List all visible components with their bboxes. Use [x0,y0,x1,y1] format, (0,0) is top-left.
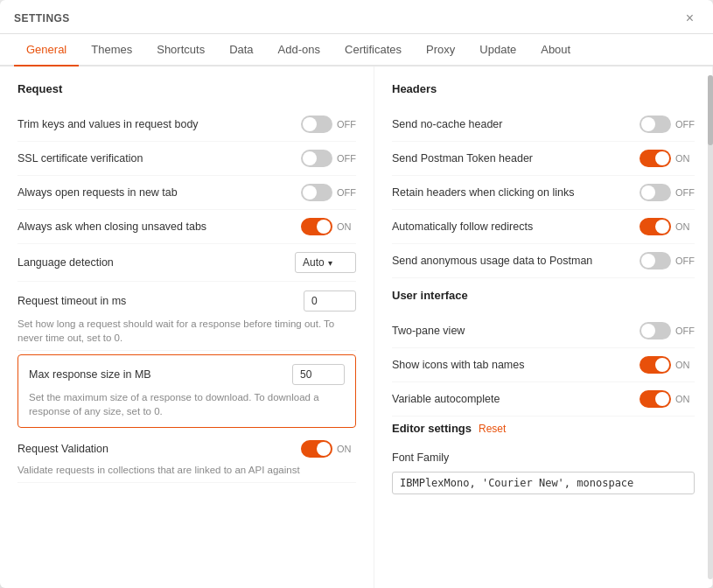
trim-keys-toggle[interactable]: OFF [301,116,356,133]
icons-tab-toggle-label: ON [675,360,695,370]
icons-tab-switch[interactable] [640,356,671,374]
ssl-cert-switch[interactable] [301,150,332,167]
request-validation-label: Request Validation [17,443,292,455]
var-autocomplete-row: Variable autocomplete ON [392,382,695,416]
tab-proxy[interactable]: Proxy [414,34,467,66]
usage-data-switch[interactable] [640,252,671,270]
tabs-bar: General Themes Shortcuts Data Add-ons Ce… [0,34,713,66]
two-pane-toggle[interactable]: OFF [640,322,695,340]
max-response-label: Max response size in MB [29,368,283,381]
reset-link[interactable]: Reset [479,423,506,435]
request-validation-toggle-label: ON [337,444,356,454]
ssl-cert-toggle[interactable]: OFF [301,150,356,167]
tab-shortcuts[interactable]: Shortcuts [144,34,217,66]
retain-headers-toggle-label: OFF [675,187,695,198]
tab-themes[interactable]: Themes [79,34,144,66]
postman-token-label: Send Postman Token header [392,152,631,164]
usage-data-row: Send anonymous usage data to Postman OFF [392,244,695,278]
new-tab-row: Always open requests in new tab OFF [17,176,356,210]
tab-about[interactable]: About [528,34,583,66]
request-timeout-desc: Set how long a request should wait for a… [17,317,356,345]
no-cache-toggle-label: OFF [675,119,695,130]
new-tab-switch[interactable] [301,184,332,201]
tab-update[interactable]: Update [467,34,528,66]
postman-token-switch[interactable] [640,150,671,167]
two-pane-toggle-label: OFF [675,326,695,336]
follow-redirects-row: Automatically follow redirects ON [392,210,695,244]
postman-token-toggle-label: ON [675,153,695,164]
max-response-desc: Set the maximum size of a response to do… [29,390,345,418]
ssl-cert-toggle-label: OFF [337,153,356,164]
unsaved-tabs-row: Always ask when closing unsaved tabs ON [17,210,356,244]
two-pane-switch[interactable] [640,322,671,340]
request-timeout-input[interactable] [304,290,356,312]
request-validation-desc: Validate requests in collections that ar… [17,463,356,477]
tab-certificates[interactable]: Certificates [332,34,414,66]
scrollbar-thumb[interactable] [708,75,713,145]
follow-redirects-label: Automatically follow redirects [392,220,631,233]
right-column: Headers Send no-cache header OFF Send Po… [374,66,713,588]
right-column-wrapper: Headers Send no-cache header OFF Send Po… [374,66,713,588]
trim-keys-label: Trim keys and values in request body [17,118,292,130]
two-pane-label: Two-pane view [392,325,631,337]
request-validation-switch[interactable] [301,440,332,458]
request-timeout-label: Request timeout in ms [17,295,295,307]
tab-addons[interactable]: Add-ons [266,34,332,66]
retain-headers-label: Retain headers when clicking on links [392,186,631,199]
tab-general[interactable]: General [14,34,79,66]
font-family-row: Font Family [392,444,695,472]
font-family-input[interactable] [392,472,695,494]
postman-token-toggle[interactable]: ON [640,150,695,167]
usage-data-toggle[interactable]: OFF [640,252,695,270]
no-cache-toggle[interactable]: OFF [640,116,695,133]
request-timeout-group: Request timeout in ms Set how long a req… [17,282,356,351]
ui-section-title: User interface [392,289,695,302]
title-bar: SETTINGS × [0,0,713,34]
icons-tab-toggle[interactable]: ON [640,356,695,374]
var-autocomplete-label: Variable autocomplete [392,393,631,405]
follow-redirects-toggle[interactable]: ON [640,218,695,235]
icons-tab-label: Show icons with tab names [392,359,631,371]
editor-settings-title: Editor settings [392,422,472,435]
retain-headers-toggle[interactable]: OFF [640,184,695,201]
request-section-title: Request [17,82,356,95]
no-cache-switch[interactable] [640,116,671,133]
tab-data[interactable]: Data [217,34,265,66]
language-detection-select[interactable]: Auto ▾ [295,252,356,273]
unsaved-tabs-label: Always ask when closing unsaved tabs [17,220,292,233]
scrollbar[interactable] [708,75,713,579]
follow-redirects-toggle-label: ON [675,221,695,232]
editor-settings-header: Editor settings Reset [392,422,695,435]
unsaved-tabs-toggle[interactable]: ON [301,218,356,235]
postman-token-row: Send Postman Token header ON [392,142,695,176]
new-tab-toggle[interactable]: OFF [301,184,356,201]
follow-redirects-switch[interactable] [640,218,671,235]
new-tab-toggle-label: OFF [337,187,356,198]
ssl-cert-label: SSL certificate verification [17,152,292,164]
max-response-box: Max response size in MB Set the maximum … [17,354,356,428]
ssl-cert-row: SSL certificate verification OFF [17,142,356,176]
var-autocomplete-toggle-label: ON [675,394,695,404]
retain-headers-switch[interactable] [640,184,671,201]
content-area: Request Trim keys and values in request … [0,66,713,588]
unsaved-tabs-switch[interactable] [301,218,332,235]
trim-keys-row: Trim keys and values in request body OFF [17,108,356,142]
language-detection-row: Language detection Auto ▾ [17,244,356,282]
font-family-label: Font Family [392,452,695,464]
request-timeout-row: Request timeout in ms [17,287,356,315]
new-tab-label: Always open requests in new tab [17,186,292,199]
usage-data-label: Send anonymous usage data to Postman [392,255,631,267]
max-response-input[interactable] [292,364,345,385]
request-validation-toggle[interactable]: ON [301,440,356,458]
dialog-title: SETTINGS [14,12,70,24]
trim-keys-switch[interactable] [301,116,332,133]
icons-tab-row: Show icons with tab names ON [392,348,695,382]
var-autocomplete-switch[interactable] [640,390,671,408]
settings-dialog: SETTINGS × General Themes Shortcuts Data… [0,0,713,588]
var-autocomplete-toggle[interactable]: ON [640,390,695,408]
language-detection-label: Language detection [17,256,286,269]
two-pane-row: Two-pane view OFF [392,314,695,348]
close-button[interactable]: × [681,9,699,28]
usage-data-toggle-label: OFF [675,256,695,266]
retain-headers-row: Retain headers when clicking on links OF… [392,176,695,210]
